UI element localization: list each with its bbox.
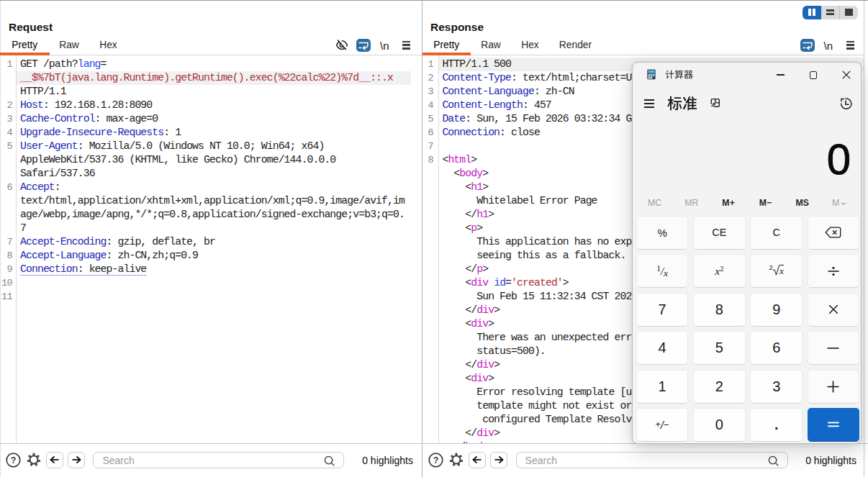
svg-text:?: ?	[11, 455, 17, 465]
svg-text:?: ?	[433, 455, 439, 465]
